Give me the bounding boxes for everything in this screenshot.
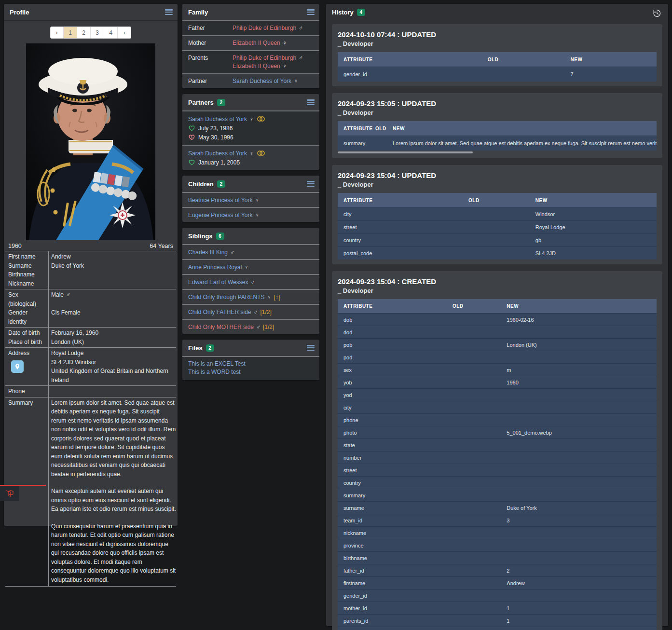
siblings-list: Charles III King♂ Anne Princess Royal♀ E…: [182, 244, 319, 334]
count-badge: 2: [217, 99, 225, 106]
history-change-table: ATTRIBUTE OLD NEW dob 1960-02-16 do: [338, 299, 657, 630]
file-link[interactable]: This is an EXCEL Test: [188, 360, 314, 368]
relation-label: Partner: [188, 77, 233, 85]
table-row: mother_id 1: [338, 602, 657, 614]
pagination-next-button[interactable]: ›: [118, 27, 131, 39]
relation-label: Father: [188, 24, 233, 32]
family-row-parents: Parents Philip Duke of Edinburgh♂ Elizab…: [182, 50, 319, 73]
relation-badge: [+]: [274, 294, 281, 301]
child-link[interactable]: Eugenie Princess of York♀: [182, 207, 319, 222]
new-cell: 1: [507, 605, 657, 611]
relation-label: Mother: [188, 39, 233, 47]
table-row: street Royal Lodge: [338, 220, 657, 233]
new-cell: 2: [507, 568, 657, 574]
col-new: NEW: [535, 198, 657, 203]
history-clock-icon[interactable]: [651, 8, 662, 20]
field-label: Place of birth: [5, 338, 47, 347]
new-cell: Andrew: [507, 580, 657, 586]
history-entry-author: _ Developer: [338, 287, 657, 295]
person-link[interactable]: Sarah Duchess of York: [188, 116, 247, 123]
table-row: country gb: [338, 233, 657, 247]
family-column: Family Father Philip Duke of Edinburgh♂ …: [182, 4, 319, 386]
sibling-link[interactable]: Anne Princess Royal♀: [182, 259, 319, 274]
hamburger-icon[interactable]: [307, 345, 315, 351]
person-link[interactable]: Sarah Duchess of York: [233, 78, 291, 84]
sibling-link[interactable]: Edward Earl of Wessex♂: [182, 274, 319, 289]
attr-cell: father_id: [338, 568, 453, 574]
attr-cell: birthname: [338, 555, 453, 561]
profile-title: Profile: [10, 9, 29, 16]
attr-cell: dod: [338, 329, 453, 335]
birth-age-line: 1960 64 Years: [4, 240, 178, 251]
partners-card: Partners 2 Sarah Duchess of York♀ July 2…: [182, 94, 319, 170]
table-row: dob 1960-02-16: [338, 313, 657, 326]
laravel-debugbar-icon[interactable]: [0, 486, 19, 501]
map-pin-icon[interactable]: [11, 360, 24, 373]
attr-cell: pod: [338, 355, 453, 360]
person-link[interactable]: Philip Duke of Edinburgh: [233, 25, 296, 31]
profile-row-gender-identity: Gender identity Cis Female: [5, 308, 176, 326]
field-value: Cis Female: [47, 308, 176, 326]
table-body: city Windsor street Royal Lodge country: [338, 207, 657, 260]
pagination-page-button[interactable]: 1: [64, 27, 77, 39]
table-body: gender_id 7: [338, 67, 657, 82]
hamburger-icon[interactable]: [307, 99, 315, 105]
new-cell: Windsor: [535, 211, 657, 217]
history-entry-author: _ Developer: [338, 109, 657, 117]
sibling-link[interactable]: Child Only MOTHER side♂[1/2]: [182, 319, 319, 334]
table-row: gender_id 7: [338, 67, 657, 82]
person-name: Beatrice Princess of York: [188, 197, 252, 204]
pagination-page-button[interactable]: 4: [104, 27, 118, 39]
attr-cell: nickname: [338, 530, 453, 536]
person-name: Child Only FATHER side: [188, 309, 251, 315]
gender-icon: ♀: [255, 197, 259, 204]
attr-cell: street: [338, 467, 453, 473]
file-link[interactable]: This is a WORD test: [188, 368, 314, 376]
pagination-page-button[interactable]: 3: [91, 27, 104, 39]
attr-cell: firstname: [338, 580, 453, 586]
horizontal-scrollbar[interactable]: [338, 151, 473, 153]
person-link[interactable]: Sarah Duchess of York: [188, 150, 247, 157]
child-link[interactable]: Beatrice Princess of York♀: [182, 192, 319, 207]
field-label: Date of birth: [5, 329, 47, 338]
table-row: parents_id 1: [338, 614, 657, 627]
attr-cell: gender_id: [338, 593, 453, 599]
age-label: 64 Years: [150, 243, 173, 249]
attr-cell: yob: [338, 380, 453, 385]
gender-icon: ♂: [256, 324, 261, 330]
sibling-link[interactable]: Child Only FATHER side♂[1/2]: [182, 304, 319, 319]
sibling-link[interactable]: Charles III King♂: [182, 244, 319, 259]
person-link[interactable]: Elizabeth II Queen: [233, 40, 280, 46]
table-row: nickname: [338, 526, 657, 539]
partners-title: Partners: [188, 99, 214, 106]
attr-cell: street: [338, 224, 468, 230]
sibling-link[interactable]: Child Only through PARENTS♀[+]: [182, 289, 319, 304]
field-label: Address: [5, 349, 47, 384]
hamburger-icon[interactable]: [307, 181, 315, 187]
person-name: Charles III King: [188, 249, 228, 256]
table-row: city: [338, 401, 657, 413]
new-cell: 1960-02-16: [507, 317, 657, 323]
person-link[interactable]: Elizabeth II Queen: [233, 63, 280, 69]
table-row: photo 5_001_demo.webp: [338, 426, 657, 438]
col-new: NEW: [393, 126, 657, 131]
attr-cell: mother_id: [338, 605, 453, 611]
field-label: Phone: [5, 387, 47, 396]
gender-icon: ♀: [244, 264, 248, 271]
col-new: NEW: [507, 303, 657, 309]
profile-photo[interactable]: [26, 43, 155, 240]
history-entry: 2024-09-23 15:05 : UPDATED _ Developer A…: [332, 93, 662, 158]
hamburger-icon[interactable]: [165, 9, 173, 15]
field-value: February 16, 1960: [47, 329, 176, 338]
person-link[interactable]: Philip Duke of Edinburgh: [233, 55, 296, 61]
summary-paragraph: Quo consequatur harum et praesentium qui…: [51, 522, 176, 585]
table-row: summary Lorem ipsum dolor sit amet. Sed …: [338, 136, 657, 151]
count-badge: 2: [217, 180, 225, 188]
pagination-prev-button[interactable]: ‹: [50, 27, 64, 39]
hamburger-icon[interactable]: [307, 9, 315, 15]
table-row: sex m: [338, 363, 657, 376]
summary-paragraph: Lorem ipsum dolor sit amet. Sed quae atq…: [51, 398, 176, 479]
pagination-page-button[interactable]: 2: [77, 27, 91, 39]
files-list: This is an EXCEL Test This is a WORD tes…: [182, 356, 319, 380]
history-entry-heading: 2024-09-23 15:04 : UPDATED: [338, 171, 657, 180]
